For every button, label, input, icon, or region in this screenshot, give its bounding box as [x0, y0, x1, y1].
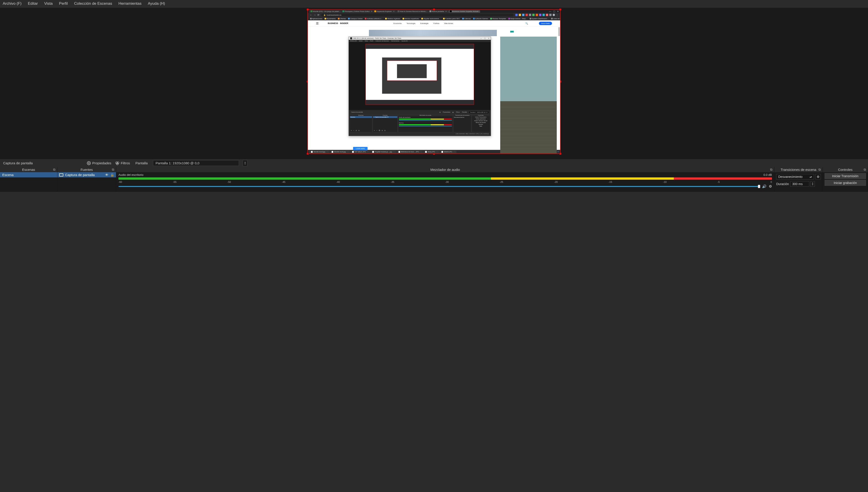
bookmarks-bar: AplicacionesBookmarksOfertasCampus Onlin… — [308, 17, 560, 20]
scale-tick: -50 — [227, 180, 231, 183]
audio-mixer-dock: Mezclador de audio ⧉ Audio del escritori… — [116, 167, 774, 192]
nested-control-button: Salir — [472, 125, 490, 127]
menu-tools[interactable]: Herramientas — [119, 1, 142, 6]
url-field: 🔒 businessinsider.es — [321, 14, 514, 17]
scale-tick: -15 — [609, 180, 612, 183]
display-label: Pantalla — [134, 161, 149, 165]
popout-icon[interactable]: ⧉ — [112, 168, 114, 172]
maximize-icon: ▢ — [553, 10, 555, 13]
filters-button[interactable]: Filtros — [115, 161, 130, 165]
scale-tick: -25 — [500, 180, 503, 183]
display-dropdown[interactable]: Pantalla 1: 1920x1080 @ 0,0 — [153, 160, 239, 166]
nested-scene-item: Escena — [350, 116, 372, 118]
preview-area[interactable]: Wordle (ES) - Un juego de palab…✕Photope… — [0, 7, 868, 159]
menu-file[interactable]: Archivo (F) — [3, 1, 22, 6]
scale-tick: -5 — [717, 180, 720, 183]
transition-select-value: Desvanecimiento — [778, 175, 802, 178]
nested-control-button: Modo de estudio — [472, 122, 490, 123]
resize-handle[interactable] — [307, 8, 308, 10]
scenes-dock: Escenas ⧉ Escena — [0, 167, 57, 192]
browser-tab: Photopea | Online Photo Editor✕ — [341, 10, 373, 13]
duration-stepper[interactable]: ▲ ▼ — [810, 181, 815, 187]
gear-icon[interactable]: ⚙ — [769, 184, 772, 189]
browser-tab: Wordle (ES) - Un juego de palab…✕ — [309, 10, 341, 13]
bookmark-item: Softonic Games — [473, 18, 488, 20]
ext-icon — [549, 14, 551, 16]
transition-select[interactable]: Desvanecimiento ▴▾ — [776, 174, 814, 179]
download-item: Poquitar musica gr….jpgˆ — [371, 150, 396, 153]
nested-canvas — [366, 44, 474, 105]
resize-handle[interactable] — [560, 8, 561, 10]
ext-icon — [532, 14, 535, 16]
download-item: RJF album.JPGˆ — [350, 150, 370, 153]
filters-icon — [115, 161, 119, 165]
browser-addressbar: ← → ⟳ 🔒 businessinsider.es ★ — [308, 13, 560, 17]
nested-menu-item: Ayuda (H) — [401, 40, 407, 42]
properties-button[interactable]: Propiedades — [87, 161, 111, 165]
site-nav-item: Estrategia — [420, 22, 428, 24]
source-context-toolbar: Captura de pantalla Propiedades Filtros … — [0, 159, 868, 167]
volume-slider[interactable] — [119, 186, 760, 187]
close-icon: ✕ — [557, 10, 559, 13]
resize-handle[interactable] — [433, 8, 435, 10]
monitor-icon — [59, 173, 63, 176]
visibility-toggle-icon[interactable]: 👁 — [105, 173, 108, 177]
preview-canvas[interactable]: Wordle (ES) - Un juego de palab…✕Photope… — [307, 9, 561, 154]
scale-tick: -60 — [119, 180, 122, 183]
recursive-depth-2 — [382, 57, 442, 94]
popout-icon[interactable]: ⧉ — [770, 168, 772, 172]
menubar: Archivo (F) Editar Vista Perfil Colecció… — [0, 0, 868, 7]
ext-icon — [536, 14, 538, 16]
reload-icon: ⟳ — [317, 14, 319, 17]
close-icon: ✕ — [557, 151, 559, 153]
read-more-button: LEER MÁS — [353, 147, 368, 150]
menu-view[interactable]: Vista — [44, 1, 53, 6]
speaker-icon[interactable]: 🔊 — [762, 184, 767, 189]
slider-thumb[interactable] — [758, 185, 760, 188]
minimize-icon: — — [549, 10, 551, 13]
popout-icon[interactable]: ⧉ — [818, 168, 821, 172]
display-stepper[interactable]: ▲ ▼ — [243, 160, 247, 166]
transition-settings-button[interactable]: ⚙ — [815, 174, 821, 179]
menu-edit[interactable]: Editar — [28, 1, 38, 6]
forward-icon: → — [314, 14, 316, 17]
popout-icon[interactable]: ⧉ — [864, 168, 866, 172]
controls-dock: Controles ⧉ Iniciar Transmisión Iniciar … — [823, 167, 868, 192]
audio-scale: -60-55-50-45-40-35-30-25-20-15-10-50 — [119, 180, 772, 183]
nested-control-button: Iniciar Transmisión — [472, 116, 490, 118]
bookmark-item: Review Template — [490, 18, 506, 20]
scale-tick: -40 — [336, 180, 340, 183]
scene-item[interactable]: Escena — [0, 172, 57, 177]
filters-label: Filtros — [121, 161, 130, 165]
start-recording-button[interactable]: Iniciar grabación — [825, 180, 866, 186]
search-icon: 🔍 — [525, 22, 528, 25]
menu-scenes[interactable]: Colección de Escenas — [74, 1, 112, 6]
duration-input[interactable]: 300 ms — [790, 181, 809, 187]
nested-control-button: Ajustes — [472, 123, 490, 125]
bookmark-item: Ninjin Anime - Ninji… — [509, 18, 527, 20]
properties-label: Propiedades — [92, 161, 111, 165]
nested-menu-item: Herramientas — [391, 40, 399, 42]
start-streaming-button[interactable]: Iniciar Transmisión — [825, 173, 866, 179]
webpage-content: ☰ BUSINESS INSIDER EconomíaTecnologíaEst… — [308, 20, 560, 153]
sources-dock: Fuentes ⧉ Captura de pantalla 👁 🔓 — [57, 167, 116, 192]
bookmark-item: Alquilar autocarava… — [421, 18, 441, 20]
logo-line1: BUSINESS — [328, 22, 338, 24]
sources-header: Fuentes — [80, 168, 93, 172]
popout-icon[interactable]: ⧉ — [53, 168, 55, 172]
nested-menu-item: Archivo (F) — [350, 40, 357, 42]
scale-tick: -10 — [663, 180, 667, 183]
lock-icon[interactable]: 🔓 — [110, 173, 114, 177]
back-icon: ← — [310, 14, 312, 17]
mixer-track-name: Audio del escritorio — [119, 173, 144, 176]
bookmark-item: System Dashboard… — [529, 18, 549, 20]
source-item[interactable]: Captura de pantalla 👁 🔓 — [57, 172, 116, 177]
chevron-down-icon: ▼ — [812, 184, 814, 186]
bookmark-item: Lista de lectura — [551, 18, 560, 20]
menu-help[interactable]: Ayuda (H) — [148, 1, 165, 6]
bookmark-item: Medios ingleses — [385, 18, 400, 20]
menu-profile[interactable]: Perfil — [59, 1, 68, 6]
controls-header: Controles — [838, 168, 852, 172]
nested-menu-item: Editar — [359, 40, 363, 42]
minimize-icon: — — [480, 38, 482, 39]
